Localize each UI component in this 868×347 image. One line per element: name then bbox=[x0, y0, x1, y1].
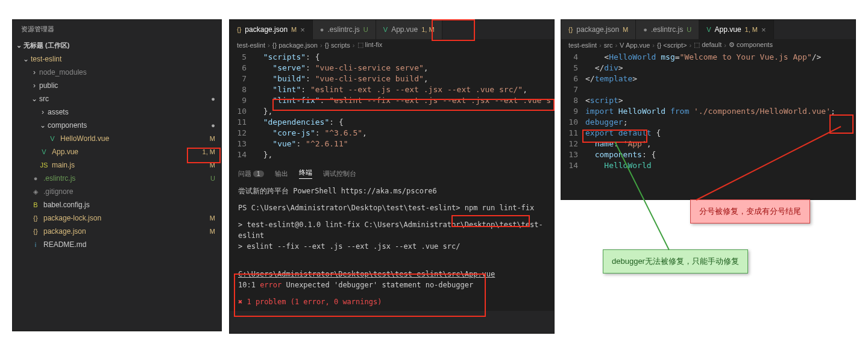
tree-item-label: README.md bbox=[43, 240, 221, 249]
callout-red: 分号被修复，变成有分号结尾 bbox=[690, 199, 810, 224]
breadcrumb-item[interactable]: ⬚ default bbox=[694, 41, 722, 49]
panel-tabs: 问题 1 输出 终端 调试控制台 bbox=[230, 165, 554, 182]
line-number: 6 bbox=[561, 73, 585, 84]
tree-item[interactable]: VApp.vue1, M bbox=[16, 145, 221, 158]
tab-label: package.json bbox=[245, 25, 288, 34]
file-icon: V bbox=[706, 26, 711, 33]
line-number: 5 bbox=[561, 63, 585, 73]
editor-tab[interactable]: VApp.vue1, M× bbox=[699, 20, 773, 39]
line-number: 7 bbox=[561, 84, 585, 95]
chevron-icon: ⌄ bbox=[22, 55, 30, 63]
tree-item[interactable]: ⌄components● bbox=[16, 119, 221, 132]
breadcrumb-item[interactable]: {} <script> bbox=[657, 42, 687, 49]
editor-tab[interactable]: {}package.jsonM× bbox=[230, 20, 313, 39]
line-number: 11 bbox=[561, 128, 585, 139]
scm-flag: U bbox=[687, 26, 691, 33]
line-number: 5 bbox=[230, 52, 254, 63]
breadcrumb-item[interactable]: ⬚ lint-fix bbox=[357, 41, 383, 49]
file-icon: JS bbox=[39, 161, 49, 169]
scm-badge: M bbox=[210, 214, 221, 222]
close-icon[interactable]: × bbox=[761, 25, 766, 34]
tree-item[interactable]: ›node_modules bbox=[16, 66, 221, 79]
tab-label: .eslintrc.js bbox=[651, 25, 683, 34]
breadcrumb[interactable]: test-eslint›src›V App.vue›{} <script>›⬚ … bbox=[561, 39, 855, 51]
line-number: 13 bbox=[561, 149, 585, 160]
scm-badge: U bbox=[210, 175, 221, 182]
breadcrumb-item[interactable]: test-eslint bbox=[568, 42, 597, 49]
code-line: 12 "core-js": "^3.6.5", bbox=[230, 128, 554, 139]
line-number: 9 bbox=[561, 106, 585, 117]
terminal[interactable]: 尝试新的跨平台 PowerShell https://aka.ms/pscore… bbox=[230, 182, 554, 311]
code-line: 13 "vue": "^2.6.11" bbox=[230, 139, 554, 149]
tree-item-label: package.json bbox=[43, 227, 210, 236]
editor-tab[interactable]: ●.eslintrc.jsU bbox=[313, 20, 376, 39]
breadcrumb-item[interactable]: ⚙ components bbox=[729, 41, 773, 49]
tree-item[interactable]: ⌄src● bbox=[16, 92, 221, 105]
editor-pane-left: {}package.jsonM×●.eslintrc.jsUVApp.vue1,… bbox=[229, 19, 555, 334]
terminal-line: > eslint --fix --ext .js --ext .jsx --ex… bbox=[238, 241, 546, 252]
tree-item-label: .gitignore bbox=[43, 187, 221, 196]
breadcrumb-item[interactable]: V App.vue bbox=[620, 42, 650, 49]
editor-tabs: {}package.jsonM●.eslintrc.jsUVApp.vue1, … bbox=[561, 20, 855, 39]
terminal-line: C:\Users\Administrator\Desktop\test\test… bbox=[238, 269, 546, 280]
tree-item-label: test-eslint bbox=[31, 55, 221, 63]
line-number: 6 bbox=[230, 63, 254, 73]
file-icon: V bbox=[383, 26, 388, 33]
tree-item[interactable]: ›assets bbox=[16, 105, 221, 119]
chevron-down-icon: ⌄ bbox=[15, 42, 22, 49]
close-icon[interactable]: × bbox=[300, 25, 305, 34]
tree-item-label: src bbox=[39, 95, 211, 103]
code-line: 8 "lint": "eslint --ext .js --ext .jsx -… bbox=[230, 84, 554, 95]
line-number: 9 bbox=[230, 95, 254, 106]
tab-terminal[interactable]: 终端 bbox=[299, 168, 312, 179]
breadcrumb-item[interactable]: {} package.json bbox=[272, 42, 318, 49]
workspace-header[interactable]: ⌄ 无标题 (工作区) bbox=[13, 39, 221, 52]
code-line: 9 "lint-fix": "eslint --fix --ext .js --… bbox=[230, 95, 554, 106]
tree-item[interactable]: JSmain.jsM bbox=[16, 158, 221, 172]
tree-item[interactable]: Bbabel.config.js bbox=[16, 198, 221, 211]
file-icon: V bbox=[48, 135, 57, 142]
tree-item-label: babel.config.js bbox=[43, 201, 221, 209]
terminal-line: ✖ 1 problem (1 error, 0 warnings) bbox=[238, 296, 546, 307]
tab-problems[interactable]: 问题 1 bbox=[238, 169, 264, 178]
breadcrumb-item[interactable]: src bbox=[604, 42, 613, 49]
code-line: 14 }, bbox=[230, 149, 554, 160]
tab-output[interactable]: 输出 bbox=[275, 169, 288, 178]
code-line: 6 "serve": "vue-cli-service serve", bbox=[230, 63, 554, 73]
scm-badge: ● bbox=[211, 122, 221, 129]
tree-item-label: components bbox=[48, 121, 211, 130]
code-editor[interactable]: 5 "scripts": {6 "serve": "vue-cli-servic… bbox=[230, 51, 554, 165]
tree-item-label: main.js bbox=[52, 161, 210, 169]
code-line: 11 "dependencies": { bbox=[230, 117, 554, 128]
code-line: 13 components: { bbox=[561, 149, 855, 160]
tree-item[interactable]: ›public bbox=[16, 79, 221, 92]
callout-green: debugger无法被修复，只能手动修复 bbox=[603, 249, 748, 274]
breadcrumb-item[interactable]: {} scripts bbox=[325, 42, 350, 49]
line-number: 10 bbox=[230, 106, 254, 117]
tree-item[interactable]: ●.eslintrc.jsU bbox=[16, 172, 221, 185]
scm-badge: M bbox=[210, 135, 221, 142]
line-number: 11 bbox=[230, 117, 254, 128]
tree-item[interactable]: ⌄test-eslint bbox=[16, 52, 221, 66]
tree-item-label: assets bbox=[48, 108, 221, 116]
breadcrumb-item[interactable]: test-eslint bbox=[237, 42, 265, 49]
tree-item[interactable]: iREADME.md bbox=[16, 238, 221, 251]
scm-flag: 1, M bbox=[421, 26, 434, 33]
tree-item[interactable]: {}package-lock.jsonM bbox=[16, 211, 221, 225]
code-editor[interactable]: 4 <HelloWorld msg="Welcome to Your Vue.j… bbox=[561, 51, 855, 195]
tree-item[interactable]: ◈.gitignore bbox=[16, 185, 221, 198]
line-number: 4 bbox=[561, 52, 585, 63]
scm-badge: 1, M bbox=[203, 148, 221, 155]
line-number: 13 bbox=[230, 139, 254, 149]
editor-tab[interactable]: {}package.jsonM bbox=[561, 20, 636, 39]
tab-debug-console[interactable]: 调试控制台 bbox=[323, 169, 356, 178]
code-line: 12 name: 'App', bbox=[561, 139, 855, 149]
line-number: 8 bbox=[561, 95, 585, 106]
breadcrumb[interactable]: test-eslint›{} package.json›{} scripts›⬚… bbox=[230, 39, 554, 51]
tree-item[interactable]: {}package.jsonM bbox=[16, 225, 221, 238]
tree-item[interactable]: VHelloWorld.vueM bbox=[16, 132, 221, 145]
file-icon: {} bbox=[568, 26, 573, 33]
chevron-icon: ⌄ bbox=[39, 121, 46, 130]
editor-tab[interactable]: ●.eslintrc.jsU bbox=[636, 20, 699, 39]
editor-tab[interactable]: VApp.vue1, M bbox=[376, 20, 442, 39]
